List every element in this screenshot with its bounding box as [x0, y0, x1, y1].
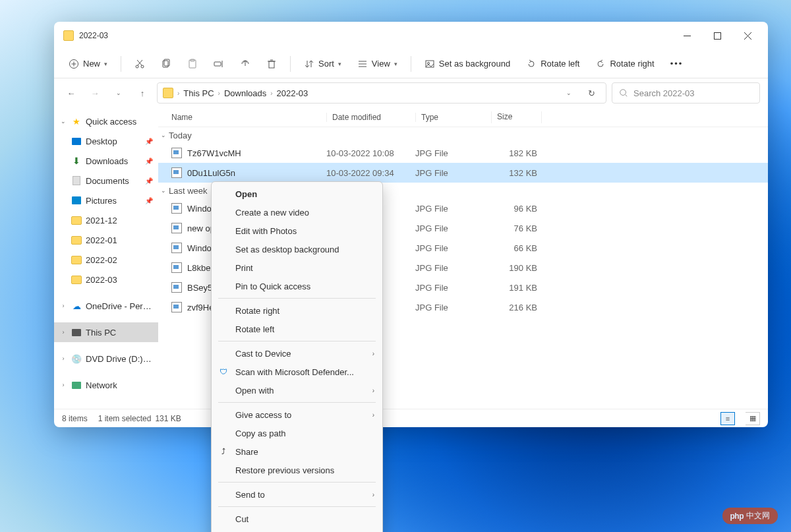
rename-icon — [214, 59, 224, 69]
col-size[interactable]: Size — [491, 111, 544, 123]
details-view-button[interactable]: ≡ — [720, 412, 735, 425]
share-icon: ⤴ — [218, 446, 229, 457]
folder-icon — [71, 254, 82, 265]
menu-copy[interactable]: Copy — [212, 528, 382, 532]
copy-icon — [161, 59, 171, 69]
status-size: 131 KB — [155, 414, 181, 423]
col-name[interactable]: Name — [171, 113, 326, 122]
file-row[interactable]: 0Du1LulG5n10-03-2022 09:34JPG File132 KB — [158, 163, 768, 183]
background-icon — [425, 59, 435, 69]
copy-button[interactable] — [154, 55, 178, 73]
menu-print[interactable]: Print — [212, 258, 382, 277]
chevron-down-icon: ⌄ — [59, 118, 67, 125]
search-input[interactable]: Search 2022-03 — [612, 82, 760, 103]
thumbnails-view-button[interactable]: ▦ — [746, 412, 760, 425]
breadcrumb-root[interactable]: This PC — [183, 88, 214, 98]
recent-button[interactable]: ⌄ — [109, 84, 128, 102]
svg-point-26 — [427, 62, 429, 64]
folder-icon — [71, 274, 82, 285]
watermark-text: 中文网 — [746, 510, 770, 521]
rotate-right-button[interactable]: Rotate right — [589, 55, 660, 73]
more-button[interactable]: ••• — [664, 55, 690, 73]
rotate-left-button[interactable]: Rotate left — [519, 55, 586, 73]
sidebar-onedrive[interactable]: ›☁OneDrive - Personal — [54, 296, 158, 316]
menu-copy-path[interactable]: Copy as path — [212, 424, 382, 442]
disc-icon: 💿 — [71, 353, 82, 364]
new-icon — [69, 59, 79, 69]
new-button[interactable]: New ▾ — [62, 55, 114, 73]
file-row[interactable]: Tz67W1vcMH10-03-2022 10:08JPG File182 KB — [158, 143, 768, 163]
sidebar-documents[interactable]: Documents📌 — [54, 171, 158, 191]
menu-rotate-right[interactable]: Rotate right — [212, 301, 382, 320]
menu-edit-photos[interactable]: Edit with Photos — [212, 222, 382, 240]
refresh-button[interactable]: ↻ — [582, 84, 601, 102]
chevron-right-icon: › — [59, 303, 67, 309]
titlebar[interactable]: 2022-03 — [54, 22, 768, 49]
maximize-button[interactable] — [702, 25, 732, 46]
col-type[interactable]: Type — [415, 113, 491, 122]
menu-restore[interactable]: Restore previous versions — [212, 461, 382, 479]
window-title: 2022-03 — [79, 31, 672, 40]
back-button[interactable]: ← — [62, 84, 80, 102]
menu-pin-qa[interactable]: Pin to Quick access — [212, 277, 382, 295]
breadcrumb-current[interactable]: 2022-03 — [277, 88, 308, 98]
menu-share[interactable]: ⤴Share — [212, 442, 382, 461]
sidebar-desktop[interactable]: Desktop📌 — [54, 131, 158, 151]
group-today[interactable]: ⌄Today — [158, 127, 768, 143]
chevron-right-icon: › — [59, 355, 67, 362]
menu-rotate-left[interactable]: Rotate left — [212, 320, 382, 338]
set-background-button[interactable]: Set as background — [418, 55, 517, 73]
menu-open-with[interactable]: Open with› — [212, 381, 382, 399]
sidebar-quick-access[interactable]: ⌄★Quick access — [54, 111, 158, 131]
forward-button[interactable]: → — [86, 84, 104, 102]
cut-button[interactable] — [128, 55, 152, 73]
network-icon — [71, 380, 82, 390]
share-button[interactable] — [233, 55, 257, 73]
chevron-right-icon: › — [372, 387, 374, 394]
column-headers[interactable]: Name Date modified Type Size — [158, 107, 768, 127]
col-date[interactable]: Date modified — [326, 113, 415, 122]
shield-icon: 🛡 — [218, 367, 229, 377]
sidebar-network[interactable]: ›Network — [54, 375, 158, 395]
menu-send-to[interactable]: Send to› — [212, 485, 382, 504]
jpg-icon — [171, 223, 182, 233]
paste-button[interactable] — [181, 55, 204, 73]
sidebar-folder-2022-01[interactable]: 2022-01 — [54, 230, 158, 250]
sort-button[interactable]: Sort ▾ — [297, 55, 348, 73]
menu-new-video[interactable]: Create a new video — [212, 203, 382, 222]
up-button[interactable]: ↑ — [133, 84, 152, 102]
sidebar-this-pc[interactable]: ›This PC — [54, 322, 158, 342]
svg-rect-17 — [269, 61, 274, 68]
sidebar-dvd[interactable]: ›💿DVD Drive (D:) CCC( — [54, 349, 158, 369]
rotleft-label: Rotate left — [541, 59, 579, 69]
status-bar: 8 items 1 item selected 131 KB ≡ ▦ — [54, 409, 768, 427]
menu-cast[interactable]: Cast to Device› — [212, 344, 382, 363]
jpg-icon — [171, 167, 182, 178]
rename-button[interactable] — [207, 55, 231, 73]
sidebar-pictures[interactable]: Pictures📌 — [54, 191, 158, 210]
sidebar-downloads[interactable]: ⬇Downloads📌 — [54, 151, 158, 171]
chevron-right-icon: › — [270, 90, 272, 97]
breadcrumb-downloads[interactable]: Downloads — [224, 88, 266, 98]
document-icon — [71, 175, 82, 186]
menu-cut[interactable]: Cut — [212, 510, 382, 528]
menu-give-access[interactable]: Give access to› — [212, 405, 382, 424]
chevron-right-icon: › — [372, 491, 374, 498]
jpg-icon — [171, 243, 182, 253]
menu-open[interactable]: Open — [212, 185, 382, 203]
download-icon: ⬇ — [71, 156, 82, 166]
svg-line-10 — [137, 60, 142, 65]
sidebar-folder-2022-02[interactable]: 2022-02 — [54, 250, 158, 270]
chevron-right-icon: › — [372, 411, 374, 419]
menu-scan-defender[interactable]: 🛡Scan with Microsoft Defender... — [212, 363, 382, 381]
delete-button[interactable] — [260, 55, 283, 73]
minimize-button[interactable] — [672, 25, 702, 46]
rotate-left-icon — [526, 59, 537, 69]
sidebar-folder-2022-03[interactable]: 2022-03 — [54, 270, 158, 289]
sidebar-folder-2021-12[interactable]: 2021-12 — [54, 210, 158, 230]
address-dropdown[interactable]: ⌄ — [560, 84, 578, 102]
close-button[interactable] — [732, 25, 763, 46]
divider — [218, 298, 376, 299]
menu-set-background[interactable]: Set as desktop background — [212, 240, 382, 258]
view-button[interactable]: View ▾ — [351, 55, 404, 73]
